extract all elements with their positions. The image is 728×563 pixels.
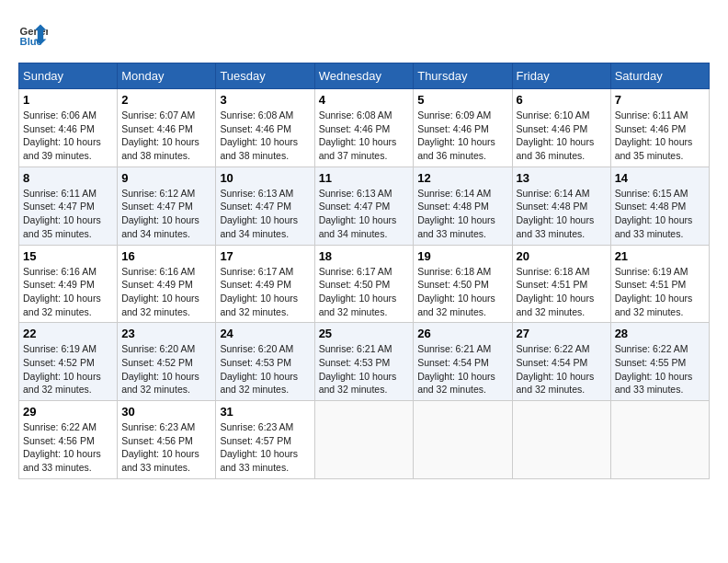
calendar-day-cell: 4 Sunrise: 6:08 AM Sunset: 4:46 PM Dayli… xyxy=(314,89,414,167)
day-number: 20 xyxy=(517,249,607,263)
page-header: General Blue xyxy=(18,18,710,48)
day-number: 14 xyxy=(615,171,705,185)
logo-icon: General Blue xyxy=(18,18,48,48)
day-info: Sunrise: 6:10 AM Sunset: 4:46 PM Dayligh… xyxy=(517,109,607,163)
calendar-day-cell: 15 Sunrise: 6:16 AM Sunset: 4:49 PM Dayl… xyxy=(19,245,118,323)
calendar-day-cell xyxy=(314,401,414,479)
day-info: Sunrise: 6:09 AM Sunset: 4:46 PM Dayligh… xyxy=(417,109,507,163)
calendar-day-cell: 11 Sunrise: 6:13 AM Sunset: 4:47 PM Dayl… xyxy=(314,167,414,245)
weekday-header-row: SundayMondayTuesdayWednesdayThursdayFrid… xyxy=(19,63,710,89)
day-info: Sunrise: 6:21 AM Sunset: 4:54 PM Dayligh… xyxy=(417,342,507,396)
day-info: Sunrise: 6:18 AM Sunset: 4:51 PM Dayligh… xyxy=(517,265,607,319)
svg-text:General: General xyxy=(20,26,48,37)
day-info: Sunrise: 6:13 AM Sunset: 4:47 PM Dayligh… xyxy=(319,187,410,241)
day-number: 2 xyxy=(121,93,211,107)
day-number: 25 xyxy=(319,327,410,340)
day-number: 9 xyxy=(121,171,211,185)
calendar-day-cell: 23 Sunrise: 6:20 AM Sunset: 4:52 PM Dayl… xyxy=(118,323,216,401)
calendar-day-cell: 6 Sunrise: 6:10 AM Sunset: 4:46 PM Dayli… xyxy=(512,89,610,167)
day-number: 1 xyxy=(23,93,113,107)
weekday-header-wednesday: Wednesday xyxy=(314,63,414,89)
day-number: 6 xyxy=(517,93,607,107)
day-info: Sunrise: 6:14 AM Sunset: 4:48 PM Dayligh… xyxy=(417,187,507,241)
calendar-week-row: 15 Sunrise: 6:16 AM Sunset: 4:49 PM Dayl… xyxy=(19,245,710,323)
day-info: Sunrise: 6:06 AM Sunset: 4:46 PM Dayligh… xyxy=(23,109,113,163)
day-info: Sunrise: 6:16 AM Sunset: 4:49 PM Dayligh… xyxy=(23,265,113,319)
calendar-week-row: 1 Sunrise: 6:06 AM Sunset: 4:46 PM Dayli… xyxy=(19,89,710,167)
day-info: Sunrise: 6:11 AM Sunset: 4:47 PM Dayligh… xyxy=(23,187,113,241)
day-number: 11 xyxy=(319,171,410,185)
calendar-day-cell: 19 Sunrise: 6:18 AM Sunset: 4:50 PM Dayl… xyxy=(414,245,512,323)
weekday-header-thursday: Thursday xyxy=(414,63,512,89)
weekday-header-tuesday: Tuesday xyxy=(216,63,314,89)
day-info: Sunrise: 6:19 AM Sunset: 4:51 PM Dayligh… xyxy=(615,265,705,319)
calendar-day-cell: 10 Sunrise: 6:13 AM Sunset: 4:47 PM Dayl… xyxy=(216,167,314,245)
day-info: Sunrise: 6:22 AM Sunset: 4:55 PM Dayligh… xyxy=(615,342,705,396)
day-number: 7 xyxy=(615,93,705,107)
day-number: 16 xyxy=(121,249,211,263)
calendar-week-row: 8 Sunrise: 6:11 AM Sunset: 4:47 PM Dayli… xyxy=(19,167,710,245)
calendar-body: 1 Sunrise: 6:06 AM Sunset: 4:46 PM Dayli… xyxy=(19,89,710,479)
calendar-day-cell: 24 Sunrise: 6:20 AM Sunset: 4:53 PM Dayl… xyxy=(216,323,314,401)
day-number: 23 xyxy=(121,327,211,340)
day-number: 15 xyxy=(23,249,113,263)
weekday-header-sunday: Sunday xyxy=(19,63,118,89)
day-number: 24 xyxy=(220,327,310,340)
weekday-header-saturday: Saturday xyxy=(610,63,709,89)
day-info: Sunrise: 6:21 AM Sunset: 4:53 PM Dayligh… xyxy=(319,342,410,396)
calendar-day-cell: 9 Sunrise: 6:12 AM Sunset: 4:47 PM Dayli… xyxy=(118,167,216,245)
day-number: 22 xyxy=(23,327,113,340)
calendar-day-cell xyxy=(610,401,709,479)
day-number: 28 xyxy=(615,327,705,340)
calendar-day-cell: 2 Sunrise: 6:07 AM Sunset: 4:46 PM Dayli… xyxy=(118,89,216,167)
day-info: Sunrise: 6:11 AM Sunset: 4:46 PM Dayligh… xyxy=(615,109,705,163)
calendar-day-cell: 26 Sunrise: 6:21 AM Sunset: 4:54 PM Dayl… xyxy=(414,323,512,401)
day-number: 29 xyxy=(23,405,113,419)
calendar-day-cell: 1 Sunrise: 6:06 AM Sunset: 4:46 PM Dayli… xyxy=(19,89,118,167)
day-number: 10 xyxy=(220,171,310,185)
calendar-day-cell: 25 Sunrise: 6:21 AM Sunset: 4:53 PM Dayl… xyxy=(314,323,414,401)
day-info: Sunrise: 6:23 AM Sunset: 4:56 PM Dayligh… xyxy=(121,420,211,475)
day-number: 18 xyxy=(319,249,410,263)
calendar-day-cell: 30 Sunrise: 6:23 AM Sunset: 4:56 PM Dayl… xyxy=(118,401,216,479)
calendar-day-cell: 14 Sunrise: 6:15 AM Sunset: 4:48 PM Dayl… xyxy=(610,167,709,245)
calendar-day-cell: 8 Sunrise: 6:11 AM Sunset: 4:47 PM Dayli… xyxy=(19,167,118,245)
day-info: Sunrise: 6:22 AM Sunset: 4:54 PM Dayligh… xyxy=(517,342,607,396)
calendar-day-cell: 27 Sunrise: 6:22 AM Sunset: 4:54 PM Dayl… xyxy=(512,323,610,401)
day-number: 4 xyxy=(319,93,410,107)
calendar-day-cell: 5 Sunrise: 6:09 AM Sunset: 4:46 PM Dayli… xyxy=(414,89,512,167)
calendar-day-cell: 22 Sunrise: 6:19 AM Sunset: 4:52 PM Dayl… xyxy=(19,323,118,401)
calendar-day-cell: 29 Sunrise: 6:22 AM Sunset: 4:56 PM Dayl… xyxy=(19,401,118,479)
day-info: Sunrise: 6:22 AM Sunset: 4:56 PM Dayligh… xyxy=(23,420,113,475)
calendar-day-cell xyxy=(512,401,610,479)
calendar-day-cell: 28 Sunrise: 6:22 AM Sunset: 4:55 PM Dayl… xyxy=(610,323,709,401)
day-info: Sunrise: 6:16 AM Sunset: 4:49 PM Dayligh… xyxy=(121,265,211,319)
day-number: 31 xyxy=(220,405,310,419)
day-number: 12 xyxy=(417,171,507,185)
day-number: 8 xyxy=(23,171,113,185)
day-number: 21 xyxy=(615,249,705,263)
day-number: 3 xyxy=(220,93,310,107)
day-number: 27 xyxy=(517,327,607,340)
day-number: 5 xyxy=(417,93,507,107)
calendar-day-cell: 3 Sunrise: 6:08 AM Sunset: 4:46 PM Dayli… xyxy=(216,89,314,167)
day-info: Sunrise: 6:17 AM Sunset: 4:49 PM Dayligh… xyxy=(220,265,310,319)
day-number: 30 xyxy=(121,405,211,419)
day-info: Sunrise: 6:19 AM Sunset: 4:52 PM Dayligh… xyxy=(23,342,113,396)
calendar-day-cell: 13 Sunrise: 6:14 AM Sunset: 4:48 PM Dayl… xyxy=(512,167,610,245)
calendar-day-cell: 16 Sunrise: 6:16 AM Sunset: 4:49 PM Dayl… xyxy=(118,245,216,323)
day-info: Sunrise: 6:12 AM Sunset: 4:47 PM Dayligh… xyxy=(121,187,211,241)
calendar-day-cell: 7 Sunrise: 6:11 AM Sunset: 4:46 PM Dayli… xyxy=(610,89,709,167)
day-info: Sunrise: 6:07 AM Sunset: 4:46 PM Dayligh… xyxy=(121,109,211,163)
calendar-day-cell xyxy=(414,401,512,479)
weekday-header-friday: Friday xyxy=(512,63,610,89)
day-number: 17 xyxy=(220,249,310,263)
day-number: 26 xyxy=(417,327,507,340)
calendar-table: SundayMondayTuesdayWednesdayThursdayFrid… xyxy=(18,63,710,479)
calendar-week-row: 22 Sunrise: 6:19 AM Sunset: 4:52 PM Dayl… xyxy=(19,323,710,401)
day-info: Sunrise: 6:18 AM Sunset: 4:50 PM Dayligh… xyxy=(417,265,507,319)
calendar-day-cell: 18 Sunrise: 6:17 AM Sunset: 4:50 PM Dayl… xyxy=(314,245,414,323)
day-info: Sunrise: 6:08 AM Sunset: 4:46 PM Dayligh… xyxy=(220,109,310,163)
calendar-day-cell: 21 Sunrise: 6:19 AM Sunset: 4:51 PM Dayl… xyxy=(610,245,709,323)
calendar-day-cell: 31 Sunrise: 6:23 AM Sunset: 4:57 PM Dayl… xyxy=(216,401,314,479)
